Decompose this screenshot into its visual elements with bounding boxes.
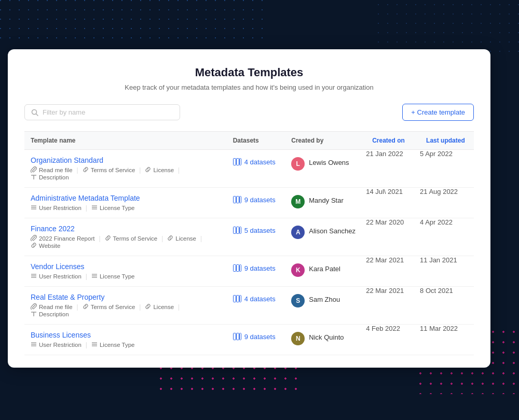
tag-label: License — [153, 167, 174, 173]
svg-rect-16 — [233, 227, 236, 234]
template-tag: License Type — [91, 341, 139, 348]
datasets-cell: 4 datasets — [227, 150, 285, 188]
created-on-cell: 22 Mar 2020 — [366, 218, 420, 256]
table-row: Organization StandardRead me file|Terms … — [24, 150, 474, 188]
template-tag: Terms of Service — [105, 235, 162, 242]
template-name-link[interactable]: Business Licenses — [31, 331, 221, 339]
tag-label: Read me file — [39, 167, 73, 173]
created-on-cell: 14 Jul\ 2021 — [366, 188, 420, 218]
svg-rect-32 — [239, 296, 241, 302]
author-name: Mandy Star — [309, 195, 343, 204]
tag-icon — [31, 311, 37, 318]
template-name-link[interactable]: Administrative Metadata Template — [31, 194, 221, 202]
template-tag: Terms of Service — [83, 166, 140, 174]
create-template-button[interactable]: + Create template — [402, 104, 474, 121]
template-name-link[interactable]: Real Estate & Property — [31, 293, 221, 301]
last-updated-cell: 4 Apr 2022 — [420, 218, 474, 256]
author-name: Lewis Owens — [309, 157, 349, 166]
author-cell: L Lewis Owens — [285, 150, 366, 188]
author-cell: K Kara Patel — [285, 256, 366, 287]
author-cell: N Nick Quinto — [285, 325, 366, 355]
dataset-icon — [233, 196, 241, 205]
search-input[interactable] — [43, 108, 173, 116]
avatar: A — [291, 226, 305, 239]
template-tag: 2022 Finance Report — [31, 235, 99, 242]
tag-icon — [167, 235, 173, 242]
author-name: Alison Sanchez — [309, 226, 356, 235]
template-name-cell: Business LicensesUser Restriction|Licens… — [24, 325, 227, 355]
tag-label: User Restriction — [39, 273, 81, 279]
last-updated-cell: 11 Mar 2022 — [420, 325, 474, 355]
table-row: Business LicensesUser Restriction|Licens… — [24, 325, 474, 355]
tag-label: Terms of Service — [91, 167, 135, 173]
tag-separator: | — [178, 303, 184, 311]
tag-label: Read me file — [39, 304, 73, 310]
tag-label: 2022 Finance Report — [39, 235, 94, 242]
tag-icon — [31, 242, 37, 249]
table-row: Vendor LicensesUser Restriction|License … — [24, 256, 474, 287]
author-name: Sam Zhou — [309, 294, 340, 303]
template-name-link[interactable]: Organization Standard — [31, 156, 221, 164]
table-row: Real Estate & PropertyRead me file|Terms… — [24, 287, 474, 325]
tag-icon — [91, 273, 98, 280]
template-tag: License Type — [91, 204, 139, 212]
tag-label: User Restriction — [39, 205, 81, 211]
tag-separator: | — [86, 341, 91, 348]
tag-label: License — [153, 304, 174, 310]
template-tag: Description — [31, 311, 73, 318]
dataset-icon — [233, 158, 241, 167]
page-title: Metadata Templates — [24, 66, 474, 79]
dataset-icon — [233, 295, 241, 304]
tag-label: License Type — [100, 273, 135, 279]
tag-icon — [91, 204, 98, 212]
tag-icon — [83, 166, 89, 174]
tag-label: License Type — [100, 205, 135, 211]
datasets-count: 9 datasets — [244, 333, 276, 341]
tag-separator: | — [200, 235, 206, 242]
search-box[interactable] — [24, 104, 180, 120]
table-header-row: Template name Datasets Created by Create… — [24, 132, 474, 150]
toolbar: + Create template — [24, 104, 474, 121]
template-name-cell: Administrative Metadata TemplateUser Res… — [24, 188, 227, 218]
template-tag: Read me file — [31, 303, 77, 311]
datasets-cell: 5 datasets — [227, 218, 285, 256]
last-updated-cell: 5 Apr 2022 — [420, 150, 474, 188]
datasets-count: 9 datasets — [244, 264, 276, 272]
datasets-cell: 9 datasets — [227, 188, 285, 218]
tag-icon — [145, 166, 151, 174]
datasets-count: 5 datasets — [244, 227, 276, 234]
th-created-by: Created by — [285, 132, 366, 150]
avatar: M — [291, 195, 305, 208]
template-tag: License — [167, 235, 200, 242]
tag-icon — [83, 303, 89, 311]
template-name-link[interactable]: Vendor Licenses — [31, 262, 221, 271]
template-tag: License Type — [91, 273, 139, 280]
svg-rect-5 — [236, 159, 239, 165]
template-tag: User Restriction — [31, 273, 86, 280]
svg-line-1 — [36, 114, 38, 116]
dots-top-right-decoration — [374, 0, 519, 52]
tag-separator: | — [86, 273, 91, 280]
avatar: K — [291, 263, 305, 277]
svg-rect-27 — [239, 265, 241, 272]
last-updated-cell: 21 Aug 2022 — [420, 188, 474, 218]
svg-rect-30 — [233, 296, 236, 302]
tag-icon — [31, 174, 37, 181]
author-name: Nick Quinto — [309, 332, 344, 341]
tag-label: Description — [39, 311, 69, 317]
author-cell: M Mandy Star — [285, 188, 366, 218]
last-updated-cell: 8 Oct 2021 — [420, 287, 474, 325]
template-tag: Website — [31, 242, 64, 249]
avatar: N — [291, 332, 305, 345]
template-tag: User Restriction — [31, 204, 86, 212]
svg-rect-17 — [236, 227, 239, 234]
tag-icon — [105, 235, 111, 242]
template-name-cell: Organization StandardRead me file|Terms … — [24, 150, 227, 188]
tag-separator: | — [99, 235, 104, 242]
template-name-link[interactable]: Finance 2022 — [31, 225, 221, 233]
created-on-cell: 4 Feb 2022 — [366, 325, 420, 355]
tag-separator: | — [77, 303, 83, 311]
tag-icon — [31, 341, 37, 348]
table-row: Administrative Metadata TemplateUser Res… — [24, 188, 474, 218]
tag-label: Terms of Service — [113, 235, 158, 242]
